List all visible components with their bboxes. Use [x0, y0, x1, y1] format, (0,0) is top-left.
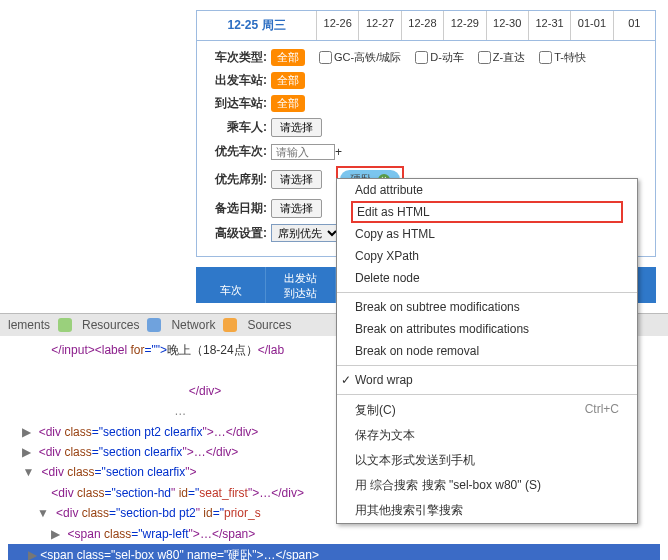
- date-tab[interactable]: 12-28: [402, 11, 444, 40]
- date-tab-current[interactable]: 12-25 周三: [197, 11, 317, 40]
- train-type-opt[interactable]: T-特快: [539, 50, 586, 65]
- date-tab[interactable]: 12-29: [444, 11, 486, 40]
- devtools-tab-elements[interactable]: lements: [8, 318, 50, 332]
- train-type-opt[interactable]: GC-高铁/城际: [319, 50, 401, 65]
- date-tabs: 12-25 周三 12-26 12-27 12-28 12-29 12-30 1…: [197, 11, 655, 41]
- network-icon: [147, 318, 161, 332]
- passenger-label: 乘车人:: [207, 119, 267, 136]
- add-icon[interactable]: +: [335, 145, 342, 159]
- train-type-label: 车次类型:: [207, 49, 267, 66]
- date-tab[interactable]: 12-31: [529, 11, 571, 40]
- col-train-no: 车次: [196, 267, 266, 303]
- ctx-break-attributes[interactable]: Break on attributes modifications: [337, 318, 637, 340]
- alt-date-label: 备选日期:: [207, 200, 267, 217]
- ctx-search-other[interactable]: 用其他搜索引擎搜索: [337, 498, 637, 523]
- train-type-opt[interactable]: D-动车: [415, 50, 464, 65]
- ctx-copy-xpath[interactable]: Copy XPath: [337, 245, 637, 267]
- ctx-search-combined[interactable]: 用 综合搜索 搜索 "sel-box w80" (S): [337, 473, 637, 498]
- all-badge[interactable]: 全部: [271, 95, 305, 112]
- context-menu: Add attribute Edit as HTML Copy as HTML …: [336, 178, 638, 524]
- ctx-save-as-text[interactable]: 保存为文本: [337, 423, 637, 448]
- date-tab[interactable]: 12-30: [487, 11, 529, 40]
- ctx-edit-as-html[interactable]: Edit as HTML: [351, 201, 623, 223]
- ctx-add-attribute[interactable]: Add attribute: [337, 179, 637, 201]
- date-tab[interactable]: 01-01: [571, 11, 613, 40]
- to-station-label: 到达车站:: [207, 95, 267, 112]
- all-badge[interactable]: 全部: [271, 49, 305, 66]
- alt-date-select-button[interactable]: 请选择: [271, 199, 322, 218]
- ctx-word-wrap[interactable]: ✓Word wrap: [337, 369, 637, 391]
- devtools-tab-sources[interactable]: Sources: [247, 318, 291, 332]
- prior-seat-label: 优先席别:: [207, 171, 267, 188]
- date-tab[interactable]: 12-27: [359, 11, 401, 40]
- prior-seat-select-button[interactable]: 请选择: [271, 170, 322, 189]
- col-stations: 出发站到达站: [266, 267, 336, 303]
- devtools-tab-network[interactable]: Network: [171, 318, 215, 332]
- date-tab[interactable]: 01: [614, 11, 655, 40]
- train-type-opt[interactable]: Z-直达: [478, 50, 525, 65]
- devtools-tab-resources[interactable]: Resources: [82, 318, 139, 332]
- passenger-select-button[interactable]: 请选择: [271, 118, 322, 137]
- ctx-break-subtree[interactable]: Break on subtree modifications: [337, 296, 637, 318]
- date-tab[interactable]: 12-26: [317, 11, 359, 40]
- prior-train-label: 优先车次:: [207, 143, 267, 160]
- resources-icon: [58, 318, 72, 332]
- ctx-send-to-phone[interactable]: 以文本形式发送到手机: [337, 448, 637, 473]
- ctx-copy[interactable]: 复制(C)Ctrl+C: [337, 398, 637, 423]
- advanced-label: 高级设置:: [207, 225, 267, 242]
- check-icon: ✓: [341, 373, 351, 387]
- ctx-break-removal[interactable]: Break on node removal: [337, 340, 637, 362]
- prior-train-input[interactable]: [271, 144, 335, 160]
- from-station-label: 出发车站:: [207, 72, 267, 89]
- ctx-delete-node[interactable]: Delete node: [337, 267, 637, 289]
- all-badge[interactable]: 全部: [271, 72, 305, 89]
- advanced-select[interactable]: 席别优先: [271, 224, 341, 242]
- sources-icon: [223, 318, 237, 332]
- ctx-copy-as-html[interactable]: Copy as HTML: [337, 223, 637, 245]
